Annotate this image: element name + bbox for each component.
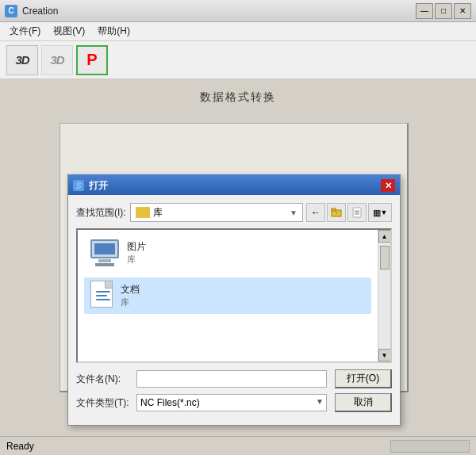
doc-icon [89,281,114,311]
open-btn-col: 打开(O) [335,369,392,388]
title-bar: C Creation — □ ✕ [0,0,476,22]
filename-label: 文件名(N): [76,373,132,386]
btn-3d[interactable]: 3D [6,45,38,75]
delete-btn[interactable] [347,203,367,222]
lookin-row: 查找范围(I): 库 ▼ ← [76,203,392,222]
open-dialog: S 打开 ✕ 查找范围(I): 库 ▼ [67,174,401,426]
view-dropdown-arrow: ▼ [381,208,388,216]
app-icon: C [5,5,17,17]
view-btn[interactable]: ▦ ▼ [368,203,392,222]
view-icon: ▦ [373,208,381,218]
scrollbar: ▲ ▼ [378,230,390,361]
filetype-select-wrapper: NC Files(*.nc)All Files(*.*) ▼ [136,394,327,411]
delete-icon [351,207,363,218]
svg-text:↑: ↑ [335,210,338,216]
lookin-label: 查找范围(I): [76,206,127,220]
scroll-up-btn[interactable]: ▲ [378,230,391,243]
dialog-icon: S [73,180,84,191]
up-folder-icon: ↑ [331,207,342,218]
main-area: 数据格式转换 S 打开 ✕ 查找范围(I): [0,79,476,436]
file-item-sub: 库 [121,296,140,308]
maximize-button[interactable]: □ [435,3,452,19]
dialog-close-button[interactable]: ✕ [381,179,395,192]
file-item-name: 文档 [121,283,140,296]
toolbar: 3D 3D P [0,41,476,79]
btn-p[interactable]: P [76,45,108,75]
lookin-dropdown-arrow: ▼ [290,208,298,217]
cancel-button[interactable]: 取消 [335,393,392,412]
minimize-button[interactable]: — [416,3,433,19]
filename-input[interactable] [136,370,327,388]
status-bar-right [390,440,470,453]
file-browser: 图片 库 [76,228,392,363]
menu-help[interactable]: 帮助(H) [91,23,136,40]
file-list: 图片 库 [78,230,378,361]
status-text: Ready [6,441,34,452]
app-title: Creation [22,6,416,17]
menu-view[interactable]: 视图(V) [47,23,91,40]
dialog-body: 查找范围(I): 库 ▼ ← [68,195,400,425]
status-bar: Ready [0,436,476,455]
computer-icon [89,239,121,266]
up-btn[interactable]: ↑ [327,203,346,222]
cancel-btn-col: 取消 [335,393,392,412]
window-controls: — □ ✕ [416,3,471,19]
folder-icon [136,207,150,218]
filename-row: 文件名(N): 打开(O) [76,369,392,388]
dialog-toolbar-icons: ← ↑ [306,203,392,222]
menu-bar: 文件(F) 视图(V) 帮助(H) [0,22,476,41]
open-button[interactable]: 打开(O) [335,369,392,388]
file-item-name: 图片 [127,240,146,254]
file-item-sub: 库 [127,254,146,266]
lookin-value: 库 [153,206,288,220]
scrollbar-track [378,243,390,349]
back-btn[interactable]: ← [306,203,325,222]
filetype-row: 文件类型(T): NC Files(*.nc)All Files(*.*) ▼ … [76,393,392,412]
btn-3d-disabled[interactable]: 3D [41,45,73,75]
dialog-overlay: S 打开 ✕ 查找范围(I): 库 ▼ [0,79,476,436]
filetype-select[interactable]: NC Files(*.nc)All Files(*.*) [136,394,327,411]
dialog-title-bar: S 打开 ✕ [68,176,400,195]
menu-file[interactable]: 文件(F) [3,23,47,40]
dialog-title: 打开 [89,179,381,193]
list-item[interactable]: 文档 库 [84,277,371,314]
scrollbar-thumb[interactable] [380,246,390,270]
lookin-select[interactable]: 库 ▼ [130,203,303,222]
close-button[interactable]: ✕ [454,3,471,19]
filetype-label: 文件类型(T): [76,396,132,410]
list-item[interactable]: 图片 库 [84,236,371,270]
scroll-down-btn[interactable]: ▼ [378,349,391,361]
